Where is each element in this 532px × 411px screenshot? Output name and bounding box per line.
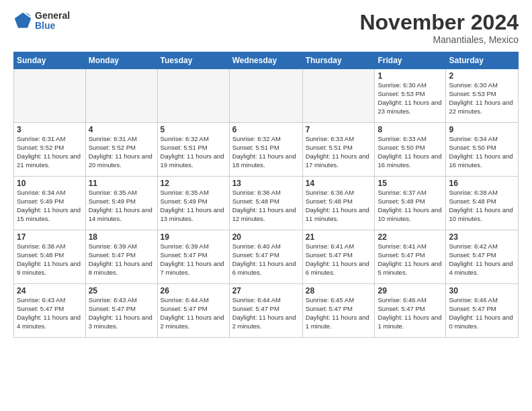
day-info: Sunrise: 6:32 AMSunset: 5:51 PMDaylight:…	[161, 135, 226, 169]
calendar-cell	[85, 69, 157, 123]
logo-blue-text: Blue	[35, 21, 70, 31]
calendar-cell: 30Sunrise: 6:46 AMSunset: 5:47 PMDayligh…	[446, 284, 519, 338]
day-number: 4	[89, 125, 154, 134]
calendar-cell: 20Sunrise: 6:40 AMSunset: 5:47 PMDayligh…	[229, 230, 302, 284]
day-number: 27	[232, 286, 300, 295]
title-block: November 2024 Manantiales, Mexico	[359, 11, 519, 45]
calendar-cell: 23Sunrise: 6:42 AMSunset: 5:47 PMDayligh…	[446, 230, 519, 284]
calendar-cell: 28Sunrise: 6:45 AMSunset: 5:47 PMDayligh…	[302, 284, 375, 338]
day-number: 2	[449, 71, 515, 81]
day-info: Sunrise: 6:33 AMSunset: 5:50 PMDaylight:…	[378, 135, 443, 169]
calendar-cell: 18Sunrise: 6:39 AMSunset: 5:47 PMDayligh…	[85, 230, 157, 284]
day-info: Sunrise: 6:40 AMSunset: 5:47 PMDaylight:…	[232, 242, 300, 277]
day-number: 9	[449, 125, 515, 134]
calendar-cell: 5Sunrise: 6:32 AMSunset: 5:51 PMDaylight…	[157, 123, 229, 177]
day-info: Sunrise: 6:33 AMSunset: 5:51 PMDaylight:…	[306, 135, 372, 169]
day-info: Sunrise: 6:31 AMSunset: 5:52 PMDaylight:…	[17, 135, 83, 169]
calendar-cell: 19Sunrise: 6:39 AMSunset: 5:47 PMDayligh…	[157, 230, 229, 284]
calendar-cell: 17Sunrise: 6:38 AMSunset: 5:48 PMDayligh…	[14, 230, 86, 284]
calendar-cell: 24Sunrise: 6:43 AMSunset: 5:47 PMDayligh…	[14, 284, 86, 338]
day-number: 15	[378, 179, 443, 188]
col-sunday: Sunday	[14, 52, 86, 69]
day-number: 10	[17, 179, 83, 188]
day-number: 26	[161, 286, 226, 295]
calendar-cell: 11Sunrise: 6:35 AMSunset: 5:49 PMDayligh…	[85, 177, 157, 230]
calendar-cell: 16Sunrise: 6:38 AMSunset: 5:48 PMDayligh…	[446, 177, 519, 230]
title-month: November 2024	[359, 11, 519, 34]
day-number: 23	[449, 232, 515, 242]
col-friday: Friday	[375, 52, 446, 69]
day-number: 7	[306, 125, 372, 134]
day-info: Sunrise: 6:46 AMSunset: 5:47 PMDaylight:…	[449, 296, 515, 330]
day-info: Sunrise: 6:35 AMSunset: 5:49 PMDaylight:…	[89, 189, 154, 223]
calendar-cell: 4Sunrise: 6:31 AMSunset: 5:52 PMDaylight…	[85, 123, 157, 177]
day-number: 6	[232, 125, 300, 134]
header: General Blue November 2024 Manantiales, …	[13, 11, 519, 45]
day-number: 30	[449, 286, 515, 295]
col-tuesday: Tuesday	[157, 52, 229, 69]
day-info: Sunrise: 6:41 AMSunset: 5:47 PMDaylight:…	[378, 242, 443, 277]
day-info: Sunrise: 6:45 AMSunset: 5:47 PMDaylight:…	[306, 296, 372, 330]
logo-general-text: General	[35, 11, 70, 21]
day-info: Sunrise: 6:31 AMSunset: 5:52 PMDaylight:…	[89, 135, 154, 169]
calendar-cell: 14Sunrise: 6:36 AMSunset: 5:48 PMDayligh…	[302, 177, 375, 230]
week-row-5: 24Sunrise: 6:43 AMSunset: 5:47 PMDayligh…	[14, 284, 519, 338]
day-number: 24	[17, 286, 83, 295]
calendar-cell: 22Sunrise: 6:41 AMSunset: 5:47 PMDayligh…	[375, 230, 446, 284]
day-info: Sunrise: 6:44 AMSunset: 5:47 PMDaylight:…	[232, 296, 300, 330]
calendar-cell: 6Sunrise: 6:32 AMSunset: 5:51 PMDaylight…	[229, 123, 302, 177]
day-info: Sunrise: 6:41 AMSunset: 5:47 PMDaylight:…	[306, 242, 372, 277]
calendar-cell: 1Sunrise: 6:30 AMSunset: 5:53 PMDaylight…	[375, 69, 446, 123]
title-location: Manantiales, Mexico	[359, 34, 519, 45]
calendar-cell: 29Sunrise: 6:46 AMSunset: 5:47 PMDayligh…	[375, 284, 446, 338]
day-info: Sunrise: 6:35 AMSunset: 5:49 PMDaylight:…	[161, 189, 226, 223]
day-number: 28	[306, 286, 372, 295]
logo-icon	[13, 11, 32, 30]
calendar-cell: 9Sunrise: 6:34 AMSunset: 5:50 PMDaylight…	[446, 123, 519, 177]
page: General Blue November 2024 Manantiales, …	[0, 0, 532, 411]
col-wednesday: Wednesday	[229, 52, 302, 69]
day-number: 14	[306, 179, 372, 188]
day-info: Sunrise: 6:38 AMSunset: 5:48 PMDaylight:…	[449, 189, 515, 223]
calendar-cell: 27Sunrise: 6:44 AMSunset: 5:47 PMDayligh…	[229, 284, 302, 338]
week-row-1: 1Sunrise: 6:30 AMSunset: 5:53 PMDaylight…	[14, 69, 519, 123]
day-info: Sunrise: 6:42 AMSunset: 5:47 PMDaylight:…	[449, 242, 515, 277]
day-number: 21	[306, 232, 372, 242]
day-info: Sunrise: 6:37 AMSunset: 5:48 PMDaylight:…	[378, 189, 443, 223]
day-number: 8	[378, 125, 443, 134]
calendar-cell	[14, 69, 86, 123]
calendar-table: Sunday Monday Tuesday Wednesday Thursday…	[13, 52, 519, 338]
day-info: Sunrise: 6:34 AMSunset: 5:50 PMDaylight:…	[449, 135, 515, 169]
calendar-cell: 12Sunrise: 6:35 AMSunset: 5:49 PMDayligh…	[157, 177, 229, 230]
day-number: 12	[161, 179, 226, 188]
calendar-cell: 15Sunrise: 6:37 AMSunset: 5:48 PMDayligh…	[375, 177, 446, 230]
calendar-cell: 21Sunrise: 6:41 AMSunset: 5:47 PMDayligh…	[302, 230, 375, 284]
day-info: Sunrise: 6:36 AMSunset: 5:48 PMDaylight:…	[232, 189, 300, 223]
day-info: Sunrise: 6:46 AMSunset: 5:47 PMDaylight:…	[378, 296, 443, 330]
calendar-cell: 2Sunrise: 6:30 AMSunset: 5:53 PMDaylight…	[446, 69, 519, 123]
calendar-cell: 7Sunrise: 6:33 AMSunset: 5:51 PMDaylight…	[302, 123, 375, 177]
day-info: Sunrise: 6:36 AMSunset: 5:48 PMDaylight:…	[306, 189, 372, 223]
calendar-cell	[229, 69, 302, 123]
day-info: Sunrise: 6:39 AMSunset: 5:47 PMDaylight:…	[89, 242, 154, 277]
day-info: Sunrise: 6:32 AMSunset: 5:51 PMDaylight:…	[232, 135, 300, 169]
day-number: 22	[378, 232, 443, 242]
day-number: 13	[232, 179, 300, 188]
day-info: Sunrise: 6:30 AMSunset: 5:53 PMDaylight:…	[378, 81, 443, 116]
day-info: Sunrise: 6:39 AMSunset: 5:47 PMDaylight:…	[161, 242, 226, 277]
day-number: 19	[161, 232, 226, 242]
day-number: 25	[89, 286, 154, 295]
day-info: Sunrise: 6:34 AMSunset: 5:49 PMDaylight:…	[17, 189, 83, 223]
day-number: 17	[17, 232, 83, 242]
day-info: Sunrise: 6:30 AMSunset: 5:53 PMDaylight:…	[449, 81, 515, 116]
week-row-4: 17Sunrise: 6:38 AMSunset: 5:48 PMDayligh…	[14, 230, 519, 284]
week-row-3: 10Sunrise: 6:34 AMSunset: 5:49 PMDayligh…	[14, 177, 519, 230]
day-number: 20	[232, 232, 300, 242]
calendar-cell: 26Sunrise: 6:44 AMSunset: 5:47 PMDayligh…	[157, 284, 229, 338]
col-monday: Monday	[85, 52, 157, 69]
calendar-cell: 8Sunrise: 6:33 AMSunset: 5:50 PMDaylight…	[375, 123, 446, 177]
calendar-cell	[157, 69, 229, 123]
day-number: 3	[17, 125, 83, 134]
calendar-cell: 13Sunrise: 6:36 AMSunset: 5:48 PMDayligh…	[229, 177, 302, 230]
day-info: Sunrise: 6:43 AMSunset: 5:47 PMDaylight:…	[89, 296, 154, 330]
